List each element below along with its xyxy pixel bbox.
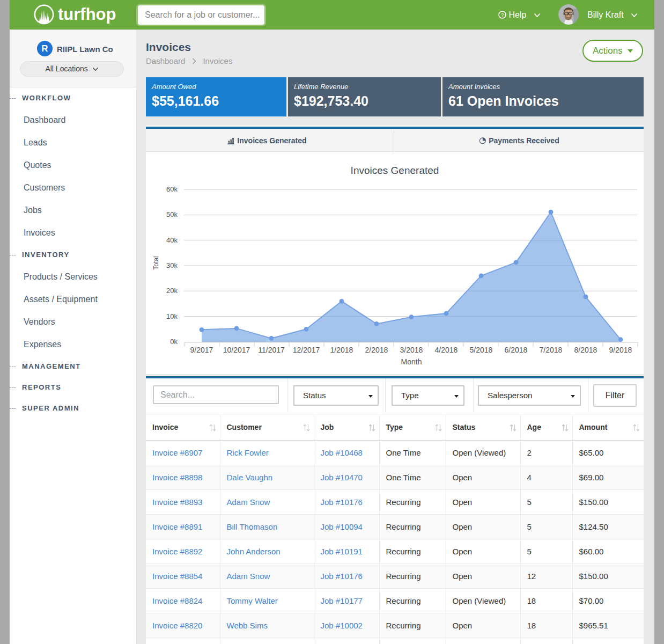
svg-text:50k: 50k: [166, 210, 178, 218]
svg-text:5/2018: 5/2018: [470, 346, 493, 354]
svg-text:6/2018: 6/2018: [505, 346, 528, 354]
svg-text:?: ?: [501, 12, 504, 18]
svg-text:30k: 30k: [166, 261, 178, 269]
svg-text:7/2018: 7/2018: [540, 346, 563, 354]
svg-text:11/2017: 11/2017: [258, 346, 285, 354]
svg-text:9/2018: 9/2018: [609, 346, 632, 354]
svg-text:9/2017: 9/2017: [190, 346, 213, 354]
svg-text:4/2018: 4/2018: [435, 346, 458, 354]
svg-text:2/2018: 2/2018: [365, 346, 388, 354]
svg-text:10/2017: 10/2017: [223, 346, 250, 354]
svg-text:3/2018: 3/2018: [400, 346, 423, 354]
svg-text:12/2017: 12/2017: [293, 346, 320, 354]
svg-text:1/2018: 1/2018: [330, 346, 353, 354]
svg-text:40k: 40k: [166, 236, 178, 244]
svg-text:0k: 0k: [170, 338, 178, 346]
svg-text:Total: Total: [152, 256, 160, 269]
svg-text:8/2018: 8/2018: [574, 346, 597, 354]
svg-text:10k: 10k: [166, 312, 178, 320]
svg-text:Invoices Generated: Invoices Generated: [351, 165, 439, 176]
svg-text:60k: 60k: [166, 185, 178, 193]
svg-text:20k: 20k: [166, 287, 178, 295]
svg-text:Month: Month: [401, 357, 422, 366]
